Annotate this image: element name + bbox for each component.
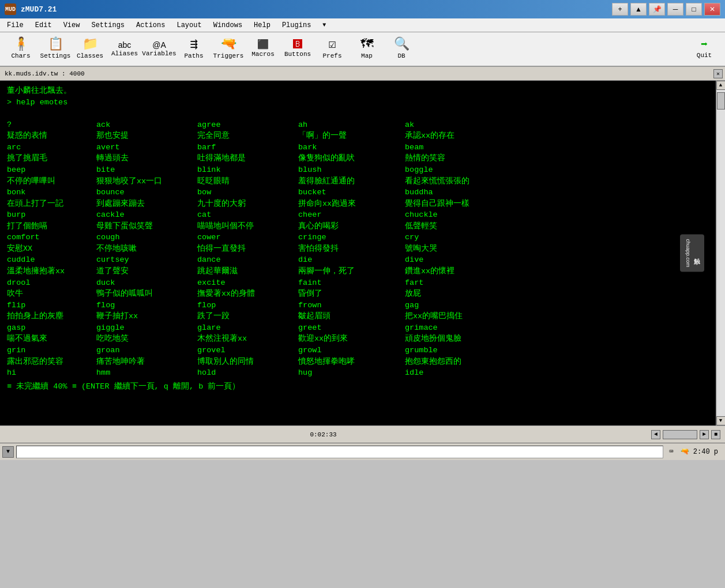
cell: idle — [405, 367, 512, 379]
cell: ah — [298, 119, 405, 131]
cell: 放屁 — [405, 288, 512, 300]
classes-label: Classes — [77, 52, 103, 59]
scroll-down-arrow[interactable]: ▼ — [716, 416, 726, 425]
chars-button[interactable]: 🧍 Chars — [5, 34, 37, 64]
cell: 喵喵地叫個不停 — [197, 221, 298, 232]
window-controls: + ▲ 📌 ─ □ ✕ — [612, 3, 720, 16]
variables-button[interactable]: @A Variables — [143, 34, 175, 64]
input-bar: ▼ ⌨ 🔫 2:40 p — [0, 443, 725, 460]
cell: comfort — [7, 232, 96, 243]
close-button[interactable]: ✕ — [704, 3, 720, 16]
scroll-thumb[interactable] — [717, 92, 725, 110]
cell: cry — [405, 232, 512, 243]
scroll-track[interactable] — [717, 90, 725, 416]
paths-button[interactable]: ⇶ Paths — [178, 34, 210, 64]
scroll-up-button[interactable]: ▲ — [630, 3, 647, 16]
cell: 完全同意 — [197, 130, 298, 142]
cell: agree — [197, 119, 298, 131]
terminal-line-chinese1: 董小麟往北飄去。 — [7, 85, 709, 97]
settings-button[interactable]: 📋 Settings — [39, 34, 72, 64]
menu-windows[interactable]: Windows — [209, 20, 247, 31]
cell: 九十度的大躬 — [197, 198, 298, 210]
grid-row-5: burp cackle cat cheer chuckle — [7, 209, 709, 221]
cell: beam — [405, 142, 512, 153]
macros-button[interactable]: ⬛ Macros — [247, 34, 279, 64]
connection-bar: kk.muds.idv.tw : 4000 ✕ — [0, 67, 725, 81]
menu-help[interactable]: Help — [249, 20, 275, 31]
connection-close-button[interactable]: ✕ — [713, 69, 723, 78]
cell: 抱怨東抱怨西的 — [405, 356, 512, 368]
cell: 像隻狗似的亂吠 — [298, 153, 405, 164]
classes-button[interactable]: 📁 Classes — [74, 34, 106, 64]
cell: 木然注視著xx — [197, 333, 298, 345]
menu-file[interactable]: File — [2, 20, 28, 31]
minimize-button[interactable]: ─ — [667, 3, 683, 16]
cell: barf — [197, 142, 298, 153]
cell: grimace — [405, 322, 512, 334]
cell: burp — [7, 209, 96, 221]
terminal-scrollbar[interactable]: ▲ ▼ — [716, 81, 725, 425]
buttons-button[interactable]: 🅱 Buttons — [281, 34, 314, 64]
macros-label: Macros — [251, 51, 275, 58]
db-icon: 🔍 — [394, 39, 410, 51]
scroll-left-button[interactable]: ◄ — [651, 430, 660, 439]
input-icon-group: ⌨ 🔫 2:40 p — [666, 446, 723, 458]
cell: 痛苦地呻吟著 — [96, 356, 197, 368]
cell: ? — [7, 119, 96, 131]
scroll-end-button[interactable]: ■ — [711, 430, 720, 439]
prefs-icon: ☑ — [328, 39, 336, 51]
scroll-right-button[interactable]: ► — [700, 430, 709, 439]
cell: grumble — [405, 345, 512, 356]
cell: 熱情的笑容 — [405, 153, 512, 164]
input-clock-time: 2:40 p — [693, 448, 723, 456]
cell: blush — [298, 164, 405, 176]
db-button[interactable]: 🔍 DB — [385, 34, 418, 64]
grid-row-1zh: 疑惑的表情 那也安提 完全同意 「啊」的一聲 承認xx的存在 — [7, 130, 709, 142]
input-history-arrow[interactable]: ▼ — [2, 446, 14, 458]
grid-row-6: comfort cough cower cringe cry — [7, 232, 709, 243]
cell: glare — [197, 322, 298, 334]
map-button[interactable]: 🗺 Map — [351, 34, 383, 64]
cell: bite — [96, 164, 197, 176]
status-bar: 0:02:33 ◄ ► ■ — [0, 425, 725, 443]
menu-settings[interactable]: Settings — [87, 20, 129, 31]
maximize-button[interactable]: □ — [686, 3, 702, 16]
toolbar: 🧍 Chars 📋 Settings 📁 Classes abc Aliases… — [0, 32, 725, 67]
buttons-icon: 🅱 — [293, 40, 302, 50]
grid-row-8: drool duck excite faint fart — [7, 277, 709, 289]
quit-button[interactable]: ➡ Quit — [688, 34, 720, 64]
cell: 那也安提 — [96, 130, 197, 142]
grid-row-8zh: 吹牛 鴨子似的呱呱叫 撫愛著xx的身體 昏倒了 放屁 — [7, 288, 709, 300]
grid-row-11zh: 露出邪惡的笑容 痛苦地呻吟著 博取別人的同情 憤怒地揮拳咆哮 抱怨東抱怨西的 — [7, 356, 709, 368]
cell: ack — [96, 119, 197, 131]
menu-actions[interactable]: Actions — [132, 20, 170, 31]
cell: cheer — [298, 209, 405, 221]
menu-plugins-arrow[interactable]: ▼ — [318, 21, 330, 29]
menu-bar: File Edit View Settings Actions Layout W… — [0, 18, 725, 32]
cell: 安慰XX — [7, 243, 96, 255]
cell: 兩腳一伸，死了 — [298, 266, 405, 277]
grid-row-4: bonk bounce bow bucket buddha — [7, 187, 709, 198]
add-button[interactable]: + — [612, 3, 628, 16]
cell: buddha — [405, 187, 512, 198]
triggers-button[interactable]: 🔫 Triggers — [212, 34, 245, 64]
menu-edit[interactable]: Edit — [31, 20, 57, 31]
cell: 低聲輕笑 — [405, 221, 512, 232]
pin-button[interactable]: 📌 — [649, 3, 665, 16]
menu-view[interactable]: View — [59, 20, 85, 31]
prefs-button[interactable]: ☑ Prefs — [316, 34, 348, 64]
aliases-button[interactable]: abc Aliases — [108, 34, 141, 64]
menu-plugins[interactable]: Plugins — [277, 20, 315, 31]
scroll-up-arrow[interactable]: ▲ — [716, 81, 726, 90]
cell: arc — [7, 142, 96, 153]
variables-label: Variables — [142, 50, 176, 57]
cell: avert — [96, 142, 197, 153]
command-input[interactable] — [16, 446, 663, 458]
terminal-line-prompt: > help emotes — [7, 97, 709, 108]
menu-layout[interactable]: Layout — [172, 20, 206, 31]
scroll-bar[interactable] — [663, 430, 697, 439]
cell: bounce — [96, 187, 197, 198]
status-scroll-section: ◄ ► ■ — [647, 430, 725, 439]
cell: 鑽進xx的懷裡 — [405, 266, 512, 277]
terminal-window[interactable]: 董小麟往北飄去。 > help emotes ? ack agree ah ak… — [0, 81, 716, 425]
